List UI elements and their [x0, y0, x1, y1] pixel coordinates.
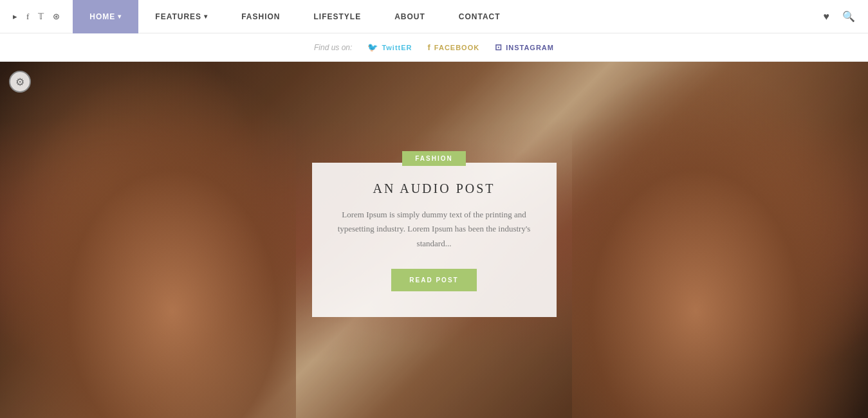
hands-right-decoration — [572, 62, 868, 418]
top-navigation: ▸ f 𝕋 ⊛ HOME ▾ FEATURES ▾ FASHION LIFEST… — [0, 0, 868, 33]
nav-right-icons: ♥ 🔍 — [811, 10, 869, 23]
twitter-bird-icon: 🐦 — [367, 42, 378, 52]
social-icons-nav: ▸ f 𝕋 ⊛ — [0, 12, 73, 22]
facebook-link[interactable]: f FACEBOOK — [428, 42, 480, 52]
main-menu: HOME ▾ FEATURES ▾ FASHION LIFESTYLE ABOU… — [73, 0, 810, 33]
twitter-label: TwittER — [382, 44, 412, 51]
heart-icon[interactable]: ♥ — [824, 11, 830, 23]
facebook-label: FACEBOOK — [434, 44, 479, 51]
rss-icon[interactable]: ▸ — [13, 12, 17, 22]
dribbble-icon[interactable]: ⊛ — [53, 12, 60, 22]
nav-features[interactable]: FEATURES ▾ — [138, 0, 225, 33]
find-us-label: Find us on: — [314, 43, 352, 52]
social-bar: Find us on: 🐦 TwittER f FACEBOOK ⊡ INSTA… — [0, 33, 868, 62]
twitter-link[interactable]: 🐦 TwittER — [367, 42, 412, 52]
facebook-f-icon: f — [428, 42, 431, 52]
settings-button[interactable]: ⚙ — [9, 71, 31, 93]
search-icon[interactable]: 🔍 — [842, 10, 855, 23]
nav-home[interactable]: HOME ▾ — [73, 0, 138, 33]
hands-left-decoration — [0, 62, 296, 418]
facebook-icon[interactable]: f — [26, 12, 29, 22]
category-badge[interactable]: FASHION — [402, 151, 465, 166]
nav-contact[interactable]: CONTACT — [442, 0, 517, 33]
gear-icon: ⚙ — [15, 76, 24, 88]
featured-post-card: FASHION AN AUDIO POST Lorem Ipsum is sim… — [312, 163, 557, 316]
instagram-link[interactable]: ⊡ INSTAGRAM — [495, 42, 554, 52]
post-excerpt: Lorem Ipsum is simply dummy text of the … — [335, 208, 533, 250]
nav-about[interactable]: ABOUT — [378, 0, 442, 33]
nav-fashion[interactable]: FASHION — [225, 0, 297, 33]
read-post-button[interactable]: READ POST — [391, 269, 476, 291]
instagram-icon: ⊡ — [495, 42, 503, 52]
chevron-down-icon: ▾ — [118, 13, 122, 20]
hero-section: ⚙ FASHION AN AUDIO POST Lorem Ipsum is s… — [0, 62, 868, 418]
twitter-icon[interactable]: 𝕋 — [38, 12, 44, 22]
nav-lifestyle[interactable]: LIFESTYLE — [297, 0, 378, 33]
instagram-label: INSTAGRAM — [506, 44, 554, 51]
post-title: AN AUDIO POST — [373, 181, 495, 196]
chevron-down-icon: ▾ — [204, 13, 208, 20]
